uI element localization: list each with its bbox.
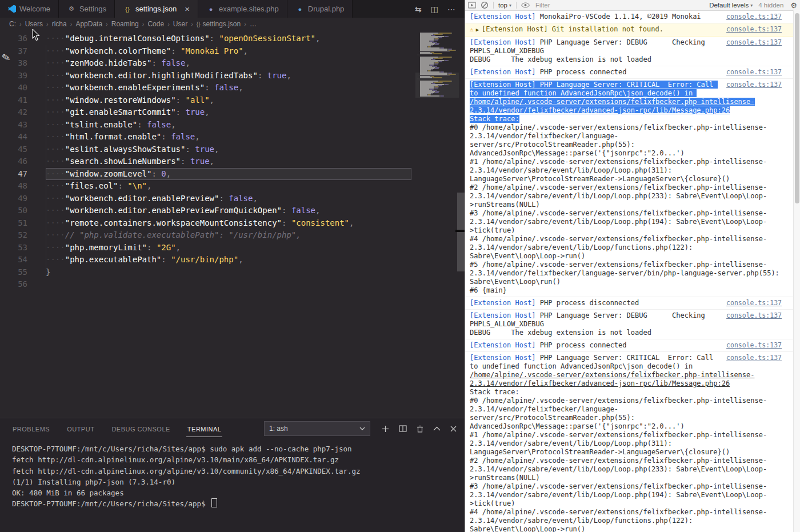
console-sidebar-icon[interactable]	[468, 2, 476, 9]
console-message: console.ts:137[Extension Host] PHP proce…	[465, 339, 800, 352]
code-text[interactable]: ····"html.format.enable": false,	[46, 131, 200, 143]
code-text[interactable]: ····"search.showLineNumbers": true,	[46, 155, 214, 168]
line-number: 54	[0, 254, 27, 266]
devtools-panel: top ▾ Default levels ▾ 4 hidden ⚙ consol…	[465, 0, 800, 532]
message-text: [Extension Host] PHP process connected	[470, 341, 627, 349]
message-link[interactable]: /home/alpine/.vscode-server/extensions/f…	[470, 371, 755, 387]
breadcrumb-item[interactable]: AppData	[75, 20, 102, 28]
line-number: 39	[0, 70, 27, 82]
editor-lines: 36····"debug.internalConsoleOptions": "o…	[0, 33, 465, 291]
code-text[interactable]: ····"debug.internalConsoleOptions": "ope…	[46, 33, 320, 45]
source-link[interactable]: console.ts:137	[726, 25, 782, 34]
code-text[interactable]: }	[46, 266, 50, 279]
open-changes-icon[interactable]: ⇆	[415, 5, 422, 14]
tab-settings[interactable]: ⚙Settings	[59, 0, 115, 18]
split-terminal-icon[interactable]	[399, 425, 407, 432]
new-terminal-icon[interactable]	[382, 425, 389, 433]
breadcrumb-separator: ›	[244, 21, 246, 27]
tab-example-sites-php[interactable]: ●example.sites.php	[198, 0, 287, 18]
line-number: 53	[0, 242, 27, 254]
line-number: 41	[0, 94, 27, 107]
breadcrumb-item[interactable]: …	[250, 20, 257, 28]
json-icon: {}	[123, 6, 132, 13]
panel-tab-debug-console[interactable]: DEBUG CONSOLE	[110, 421, 171, 437]
more-actions-icon[interactable]: ⋯	[447, 5, 455, 14]
live-expression-eye-icon[interactable]	[521, 2, 530, 8]
breadcrumb-separator: ›	[106, 21, 108, 27]
breadcrumb-item[interactable]: settings.json	[203, 20, 241, 28]
close-icon[interactable]: ×	[185, 5, 190, 13]
scrollbar-thumb[interactable]	[457, 193, 465, 271]
code-text[interactable]: ····"eslint.alwaysShowStatus": true,	[46, 143, 219, 156]
editor-line: 36····"debug.internalConsoleOptions": "o…	[0, 33, 465, 45]
code-text[interactable]: ····"git.enableSmartCommit": true,	[46, 106, 210, 119]
source-link[interactable]: console.ts:137	[726, 38, 782, 47]
panel-tab-output[interactable]: OUTPUT	[66, 421, 95, 437]
devtools-scrollbar[interactable]	[793, 10, 800, 532]
settings-gear-icon[interactable]: ⚙	[790, 1, 797, 10]
source-link[interactable]: console.ts:137	[726, 68, 782, 77]
breadcrumb-item[interactable]: Roaming	[111, 20, 139, 28]
breadcrumb-item[interactable]: C:	[9, 20, 16, 28]
tab-welcome[interactable]: Welcome	[0, 0, 59, 18]
editor-line: 41····"window.restoreWindows": "all",	[0, 94, 465, 107]
scrollbar-thumb[interactable]	[795, 13, 799, 203]
code-text[interactable]: ····"zenMode.hideTabs": false,	[46, 57, 190, 70]
message-text: [Extension Host] PHP Language Server: CR…	[470, 354, 783, 532]
editor[interactable]: 36····"debug.internalConsoleOptions": "o…	[0, 30, 465, 418]
code-text[interactable]: ····"workbench.editor.highlightModifiedT…	[46, 70, 291, 82]
tab-drupal-php[interactable]: ●Drupal.php	[287, 0, 353, 18]
log-levels-select[interactable]: Default levels ▾	[709, 2, 753, 9]
tab-label: example.sites.php	[219, 5, 279, 13]
terminal-cursor	[211, 498, 217, 507]
terminal-select[interactable]: 1: ash	[264, 421, 370, 436]
trash-icon[interactable]	[417, 425, 423, 433]
line-number: 43	[0, 119, 27, 131]
breadcrumb-item[interactable]: Users	[25, 20, 43, 28]
breadcrumb-item[interactable]: Code	[147, 20, 164, 28]
breadcrumb-separator: ›	[167, 21, 170, 27]
message-text: [Extension Host] PHP Language Server: DE…	[470, 38, 709, 63]
code-text[interactable]: ····"php.memoryLimit": "2G",	[46, 242, 181, 254]
source-link[interactable]: console.ts:137	[726, 81, 782, 89]
code-text[interactable]: ····// "php.validate.executablePath": "/…	[46, 229, 301, 242]
editor-line: 55}	[0, 266, 465, 279]
code-text[interactable]: ····"window.restoreWindows": "all",	[46, 94, 214, 107]
panel-tab-terminal[interactable]: TERMINAL	[186, 421, 223, 437]
source-link[interactable]: console.ts:137	[726, 299, 782, 307]
close-panel-icon[interactable]	[450, 426, 457, 432]
clear-console-icon[interactable]	[481, 1, 489, 9]
editor-line: 40····"workbench.enableExperiments": fal…	[0, 82, 465, 94]
console-filter-input[interactable]	[534, 1, 597, 9]
source-link[interactable]: console.ts:137	[726, 341, 782, 350]
code-text[interactable]: ····"workbench.editor.enablePreview": fa…	[46, 193, 258, 205]
breadcrumb-item[interactable]: User	[173, 20, 187, 28]
code-text[interactable]: ····"files.eol": "\n",	[46, 180, 151, 193]
code-text[interactable]: ····"php.executablePath": "/usr/bin/php"…	[46, 254, 243, 266]
panel-tab-problems[interactable]: PROBLEMS	[11, 421, 51, 437]
console-messages[interactable]: console.ts:137[Extension Host] MonokaiPr…	[465, 11, 800, 532]
source-link[interactable]: console.ts:137	[726, 354, 782, 362]
frame-context-select[interactable]: top ▾	[498, 2, 511, 9]
line-number: 45	[0, 143, 27, 156]
editor-scrollbar[interactable]	[457, 30, 465, 418]
source-link[interactable]: console.ts:137	[726, 311, 782, 320]
split-editor-icon[interactable]: ◫	[431, 5, 438, 14]
message-link[interactable]: /home/alpine/.vscode-server/extensions/f…	[470, 98, 755, 114]
line-number: 47	[0, 168, 27, 181]
breadcrumb-item[interactable]: richa	[52, 20, 67, 28]
code-text[interactable]: ····"workbench.colorTheme": "Monokai Pro…	[46, 45, 248, 58]
message-text: [Extension Host] PHP Language Server: DE…	[470, 311, 709, 337]
code-text[interactable]: ····"workbench.editor.enablePreviewFromQ…	[46, 205, 320, 217]
minimap[interactable]	[418, 33, 457, 97]
code-text[interactable]: ····"tslint.enable": false,	[46, 119, 176, 131]
hidden-messages-count: 4 hidden	[758, 2, 783, 9]
code-text[interactable]: ····"window.zoomLevel": 0,	[46, 168, 411, 181]
code-text[interactable]: ····"remote.containers.workspaceMountCon…	[46, 217, 354, 230]
tab-settings-json[interactable]: {}settings.json×	[115, 0, 198, 18]
maximize-panel-icon[interactable]	[433, 426, 441, 431]
terminal-output[interactable]: DESKTOP-P7TOUMF:/mnt/c/Users/richa/Sites…	[0, 439, 465, 532]
code-text[interactable]: ····"workbench.enableExperiments": false…	[46, 82, 243, 94]
expand-arrow-icon[interactable]: ▶	[476, 27, 479, 33]
source-link[interactable]: console.ts:137	[726, 13, 782, 21]
